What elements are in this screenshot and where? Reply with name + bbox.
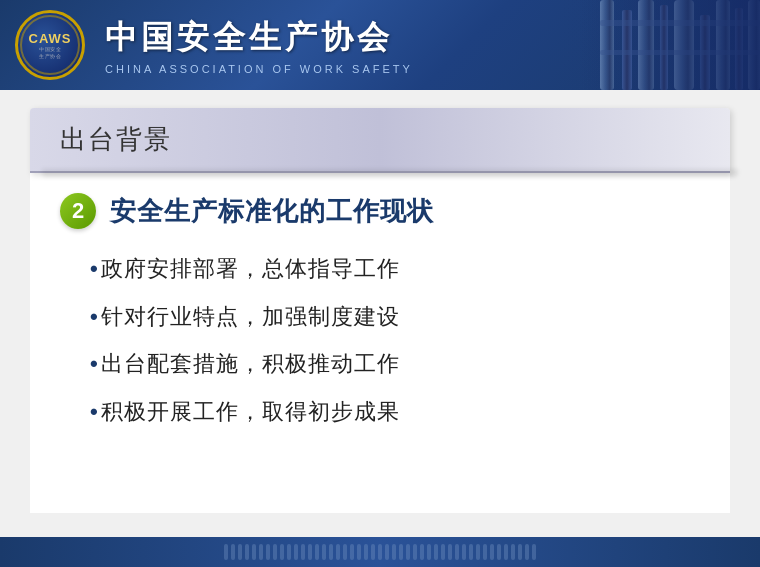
footer-dot — [329, 544, 333, 560]
footer-dot — [322, 544, 326, 560]
bullet-item-4: 积极开展工作，取得初步成果 — [90, 392, 700, 432]
footer-dot — [448, 544, 452, 560]
svg-rect-2 — [638, 0, 654, 90]
footer-dot — [462, 544, 466, 560]
footer-dot — [413, 544, 417, 560]
footer-dot — [532, 544, 536, 560]
page-wrapper: CAWS 中国安全生产协会 中国安全生产协会 CHINA ASSOCIATION… — [0, 0, 760, 567]
logo: CAWS 中国安全生产协会 — [15, 10, 85, 80]
svg-rect-0 — [600, 0, 614, 90]
footer-dot — [504, 544, 508, 560]
footer-dot — [497, 544, 501, 560]
logo-area: CAWS 中国安全生产协会 — [0, 10, 85, 80]
footer-dot — [483, 544, 487, 560]
svg-rect-6 — [716, 0, 730, 90]
footer-dot — [266, 544, 270, 560]
footer-dot — [441, 544, 445, 560]
footer-dot — [378, 544, 382, 560]
bullet-item-3: 出台配套措施，积极推动工作 — [90, 344, 700, 384]
footer-dot — [385, 544, 389, 560]
section-heading: 2 安全生产标准化的工作现状 — [60, 193, 700, 229]
svg-rect-4 — [674, 0, 694, 90]
footer-dot — [525, 544, 529, 560]
footer-dot — [392, 544, 396, 560]
main-body: 2 安全生产标准化的工作现状 政府安排部署，总体指导工作 针对行业特点，加强制度… — [30, 173, 730, 513]
svg-rect-8 — [748, 0, 760, 90]
footer-dot — [511, 544, 515, 560]
footer-dot — [399, 544, 403, 560]
footer-dot — [427, 544, 431, 560]
header-title-en: CHINA ASSOCIATION OF WORK SAFETY — [105, 63, 413, 75]
svg-rect-10 — [600, 50, 760, 55]
svg-rect-3 — [660, 5, 668, 90]
bullet-item-1: 政府安排部署，总体指导工作 — [90, 249, 700, 289]
footer-dot — [350, 544, 354, 560]
footer-dot — [476, 544, 480, 560]
footer-dot — [252, 544, 256, 560]
footer-dot — [224, 544, 228, 560]
footer-pattern — [224, 544, 536, 560]
footer-dot — [357, 544, 361, 560]
footer-dot — [343, 544, 347, 560]
footer-dot — [280, 544, 284, 560]
footer-dot — [273, 544, 277, 560]
footer-dot — [287, 544, 291, 560]
footer — [0, 537, 760, 567]
section-title-text: 出台背景 — [60, 124, 172, 154]
footer-dot — [238, 544, 242, 560]
footer-dot — [364, 544, 368, 560]
footer-dot — [434, 544, 438, 560]
footer-dot — [294, 544, 298, 560]
header: CAWS 中国安全生产协会 中国安全生产协会 CHINA ASSOCIATION… — [0, 0, 760, 90]
footer-dot — [245, 544, 249, 560]
bullet-item-2: 针对行业特点，加强制度建设 — [90, 297, 700, 337]
section-title-bar: 出台背景 — [30, 108, 730, 173]
footer-dot — [301, 544, 305, 560]
header-title-cn: 中国安全生产协会 — [105, 16, 413, 60]
section-heading-text: 安全生产标准化的工作现状 — [110, 194, 434, 229]
footer-dot — [420, 544, 424, 560]
footer-dot — [469, 544, 473, 560]
logo-ring — [20, 15, 80, 75]
number-badge: 2 — [60, 193, 96, 229]
footer-dot — [371, 544, 375, 560]
header-text: 中国安全生产协会 CHINA ASSOCIATION OF WORK SAFET… — [105, 16, 413, 75]
footer-dot — [406, 544, 410, 560]
svg-rect-5 — [700, 15, 710, 90]
footer-dot — [308, 544, 312, 560]
svg-rect-7 — [735, 8, 743, 90]
header-pipes — [580, 0, 760, 90]
svg-rect-9 — [600, 20, 760, 26]
footer-dot — [315, 544, 319, 560]
svg-rect-1 — [622, 10, 632, 90]
footer-dot — [259, 544, 263, 560]
footer-dot — [336, 544, 340, 560]
footer-dot — [231, 544, 235, 560]
footer-dot — [455, 544, 459, 560]
footer-dot — [518, 544, 522, 560]
bullet-list: 政府安排部署，总体指导工作 针对行业特点，加强制度建设 出台配套措施，积极推动工… — [60, 249, 700, 431]
footer-dot — [490, 544, 494, 560]
